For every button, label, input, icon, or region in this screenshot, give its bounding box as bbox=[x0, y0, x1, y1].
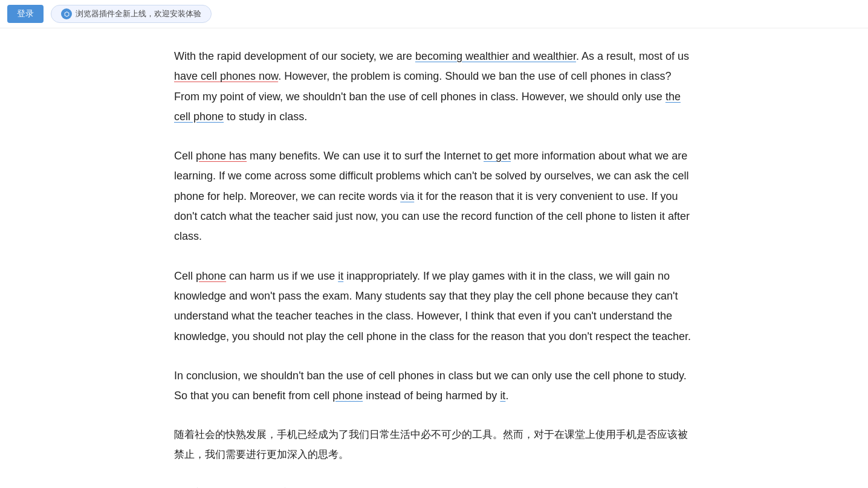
p1-text1: With the rapid development of our societ… bbox=[174, 50, 415, 62]
p3-text2: can harm us if we use bbox=[226, 270, 338, 282]
plugin-banner-text: 浏览器插件全新上线，欢迎安装体验 bbox=[76, 8, 201, 19]
topbar: 登录 ⬡ 浏览器插件全新上线，欢迎安装体验 bbox=[0, 0, 868, 28]
chinese-partial: 细细想来，如果我们把手机用于学习... bbox=[174, 484, 694, 488]
paragraph-3: Cell phone can harm us if we use it inap… bbox=[174, 266, 694, 347]
p4-text3: . bbox=[505, 390, 508, 402]
p2-underline1: phone has bbox=[196, 150, 247, 162]
p3-underline1: phone bbox=[196, 270, 226, 282]
p2-text1: Cell bbox=[174, 150, 196, 162]
paragraph-2: Cell phone has many benefits. We can use… bbox=[174, 146, 694, 246]
p4-underline1: phone bbox=[332, 390, 363, 402]
login-button[interactable]: 登录 bbox=[7, 5, 44, 23]
paragraph-1: With the rapid development of our societ… bbox=[174, 47, 694, 127]
plugin-banner[interactable]: ⬡ 浏览器插件全新上线，欢迎安装体验 bbox=[51, 5, 212, 23]
chinese-paragraph: 随着社会的快熟发展，手机已经成为了我们日常生活中必不可少的工具。然而，对于在课堂… bbox=[174, 425, 694, 464]
p1-text2: . As a result, most of us bbox=[576, 50, 689, 62]
p3-underline2: it bbox=[338, 270, 343, 282]
p3-text1: Cell bbox=[174, 270, 196, 282]
p4-text2: instead of being harmed by bbox=[363, 390, 500, 402]
p1-text4: to study in class. bbox=[224, 111, 307, 123]
paragraph-4: In conclusion, we shouldn't ban the use … bbox=[174, 366, 694, 406]
p2-underline3: via bbox=[400, 190, 414, 202]
p2-underline2: to get bbox=[484, 150, 511, 162]
p1-underline2: have cell phones now bbox=[174, 70, 278, 82]
p1-underline1: becoming wealthier and wealthier bbox=[415, 50, 576, 62]
plugin-icon: ⬡ bbox=[61, 8, 72, 19]
p2-text2: many benefits. We can use it to surf the… bbox=[247, 150, 484, 162]
main-content: With the rapid development of our societ… bbox=[162, 28, 706, 488]
